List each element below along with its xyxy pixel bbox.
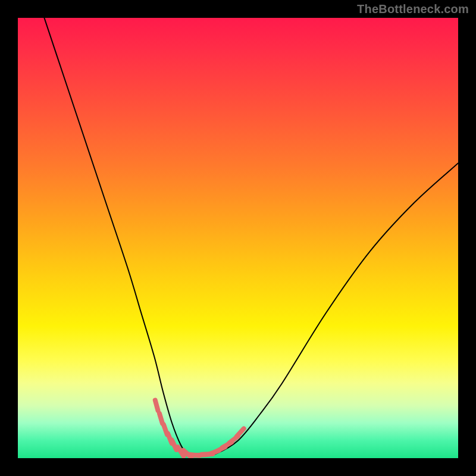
min-marker [159,414,162,424]
plot-area [18,18,458,458]
min-marker [155,400,158,411]
min-marker-group [155,400,244,458]
min-marker [172,440,177,450]
bottleneck-curve [44,18,458,456]
watermark-text: TheBottleneck.com [357,2,469,16]
chart-stage: TheBottleneck.com [0,0,476,476]
curve-layer [18,18,458,458]
